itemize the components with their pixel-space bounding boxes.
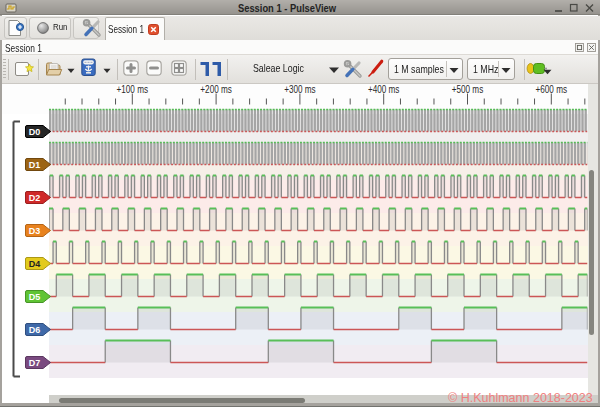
- svg-text:D0: D0: [29, 127, 41, 137]
- svg-text:D6: D6: [29, 325, 41, 335]
- svg-text:D2: D2: [29, 193, 41, 203]
- svg-text:D3: D3: [29, 226, 41, 236]
- svg-text:D4: D4: [29, 259, 41, 269]
- svg-text:D1: D1: [29, 160, 41, 170]
- svg-text:D5: D5: [29, 292, 41, 302]
- svg-text:D7: D7: [29, 358, 41, 368]
